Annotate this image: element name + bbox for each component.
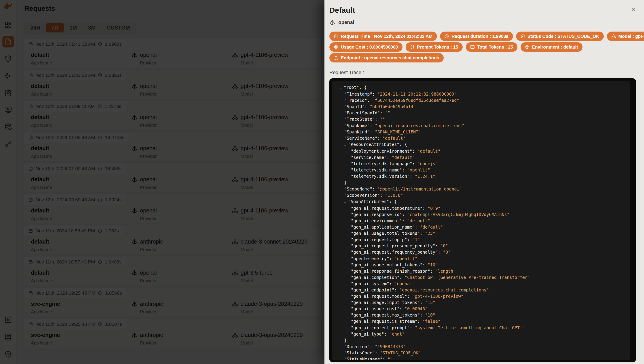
request-trace-json: ⌄"root": {"Timestamp": "2024-11-11 20:12…: [332, 81, 630, 360]
request-trace-label: Request Trace :: [330, 70, 636, 75]
detail-badge: Request Time : Nov 12th, 2024 01:42:32 A…: [330, 32, 437, 41]
detail-provider-label: openai: [338, 20, 354, 25]
trace-line: "gen_ai.request.presence_penalty": "0": [336, 243, 630, 249]
app-root: Requests 24H7D1M3MCUSTOM Nov 12th, 2024 …: [0, 0, 644, 364]
endpoint-arch-icon: [334, 56, 338, 60]
detail-badge: Model : gpt-4-1106-preview: [607, 32, 644, 41]
trace-line: "ScopeVersion": "1.0.0": [336, 192, 630, 198]
collapse-chevron-icon[interactable]: ⌄: [344, 142, 348, 148]
trace-line: "ServiceName": "default": [336, 135, 630, 141]
trace-line: ⌄"SpanAttributes": {: [336, 198, 630, 205]
badge-row: Endpoint : openai.resources.chat.complet…: [330, 53, 636, 62]
trace-line: "gen_ai.usage.total_tokens": "25": [336, 230, 630, 236]
ticket-icon: [470, 45, 475, 49]
pyramid-icon: [330, 20, 335, 25]
status-badge-icon: [520, 34, 525, 39]
trace-line: "gen_ai.system": "openai": [336, 280, 630, 287]
detail-badge: Total Tokens : 25: [466, 42, 518, 52]
calendar-icon: [334, 34, 338, 39]
detail-badges: Request Time : Nov 12th, 2024 01:42:32 A…: [330, 32, 636, 62]
detail-badge: Endpoint : openai.resources.chat.complet…: [330, 53, 444, 62]
trace-line: }: [336, 337, 630, 343]
trace-line: "gen_ai.type": "chat": [336, 331, 630, 337]
trace-line: "gen_ai.endpoint": "openai.resources.cha…: [336, 287, 630, 293]
trace-line: "TraceId": "f6674452e459f6edfd35c3deefea…: [336, 97, 630, 103]
trace-line: "gen_ai.request.is_stream": "false": [336, 318, 630, 324]
trace-line: "ScopeName": "@openlit/instrumentation-o…: [336, 186, 630, 192]
collapse-chevron-icon[interactable]: ⌄: [344, 199, 348, 205]
trace-line: "gen_ai.request.temperature": "0.9": [336, 205, 630, 211]
trace-line: "Timestamp": "2024-11-11 20:12:32.988000…: [336, 91, 630, 97]
trace-line: "gen_ai.usage.output_tokens": "10": [336, 262, 630, 268]
trace-line: "gen_ai.request.frequency_penalty": "0": [336, 249, 630, 255]
request-trace-box[interactable]: ⌄"root": {"Timestamp": "2024-11-11 20:12…: [330, 78, 636, 362]
trace-line: "telemetry.sdk.language": "nodejs": [336, 160, 630, 167]
trace-line: ⌄"root": {: [336, 84, 630, 91]
trace-line: "gen_ai.environment": "default": [336, 218, 630, 224]
detail-badge: Usage Cost : 0.0004500000: [330, 42, 402, 52]
trace-line: "gen_ai.completion": "Chatbot GPT (Gener…: [336, 274, 630, 280]
trace-line: }: [336, 179, 630, 186]
trace-line: "SpanKind": "SPAN_KIND_CLIENT": [336, 129, 630, 135]
trace-line: "gen_ai.request.top_p": "1": [336, 236, 630, 243]
trace-line: "gen_ai.response.id": "chatcmpl-ASV3xrgC…: [336, 211, 630, 218]
detail-provider: openai: [330, 20, 636, 25]
trace-line: "gen_ai.response.finish_reason": "length…: [336, 268, 630, 274]
trace-line: "gen_ai.request.max_tokens": "10": [336, 312, 630, 318]
detail-badge: Status Code : STATUS_CODE_OK: [516, 32, 604, 41]
detail-badge: Environment : default: [520, 42, 582, 52]
trace-line: "service.name": "default": [336, 154, 630, 160]
trace-line: "Duration": "1990843333": [336, 343, 630, 350]
trace-line: "telemetry.sdk.name": "openlit": [336, 167, 630, 173]
braces-icon: [410, 45, 414, 49]
trace-line: "gen_ai.request.model": "gpt-4-1106-prev…: [336, 293, 630, 299]
trace-line: "gen_ai.content.prompt": "system: Tell m…: [336, 325, 630, 331]
request-detail-panel: Default openai Request Time : Nov 12th, …: [324, 0, 644, 364]
trace-line: "gen_ai.application_name": "default": [336, 224, 630, 230]
package-icon: [525, 45, 530, 49]
boxes-icon: [611, 34, 616, 39]
trace-line: ⌄"ResourceAttributes": {: [336, 141, 630, 148]
trace-line: "gen_ai.usage.cost": "0.00045": [336, 306, 630, 312]
badge-row: Usage Cost : 0.0004500000Prompt Tokens :…: [330, 42, 636, 52]
trace-line: "TraceState": "": [336, 116, 630, 122]
detail-title: Default: [330, 6, 636, 15]
collapse-chevron-icon[interactable]: ⌄: [340, 85, 344, 91]
trace-line: "gen_ai.usage.input_tokens": "15": [336, 299, 630, 306]
clock-icon: [444, 34, 449, 39]
dim-overlay[interactable]: [0, 0, 324, 364]
trace-line: "telemetry.sdk.version": "1.24.1": [336, 173, 630, 179]
detail-badge: Prompt Tokens : 15: [406, 42, 463, 52]
trace-line: "deployment.environment": "default": [336, 148, 630, 154]
close-icon[interactable]: [630, 6, 637, 13]
trace-line: "StatusCode": "STATUS_CODE_OK": [336, 350, 630, 356]
trace-line: "ParentSpanId": "": [336, 110, 630, 116]
trace-line: "SpanName": "openai.resources.chat.compl…: [336, 122, 630, 129]
trace-line: "SpanId": "bb91b0de649b4b14": [336, 103, 630, 110]
detail-badge: Request duration : 1.9908s: [440, 32, 513, 41]
trace-line: "StatusMessage": "": [336, 356, 630, 360]
badge-row: Request Time : Nov 12th, 2024 01:42:32 A…: [330, 32, 636, 41]
circle-dollar-icon: [334, 45, 338, 49]
trace-line: "opentelemetry": "openlit": [336, 255, 630, 262]
